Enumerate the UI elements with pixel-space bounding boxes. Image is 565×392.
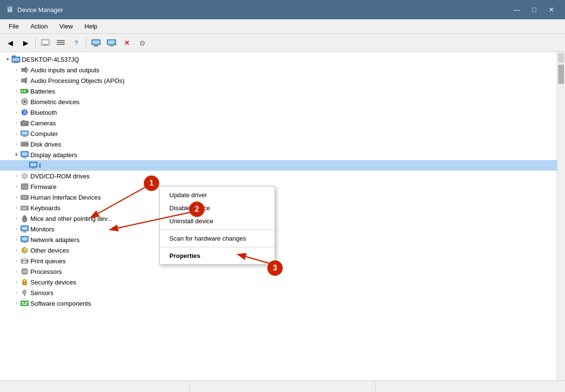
forward-button[interactable]: ▶	[18, 36, 33, 50]
computer-button[interactable]	[89, 36, 103, 50]
tree-item-other[interactable]: › ? Other devices	[0, 245, 557, 256]
properties-button[interactable]	[38, 36, 53, 50]
tree-item-monitors[interactable]: › Monitors	[0, 224, 557, 234]
tree-item-hid[interactable]: › Human Interface Devices	[0, 192, 557, 203]
tree-item-sensors[interactable]: › Sensors	[0, 287, 557, 298]
menu-help[interactable]: Help	[80, 21, 102, 32]
ctx-uninstall-device[interactable]: Uninstall device	[160, 215, 275, 228]
bluetooth-expand-icon[interactable]: ›	[13, 108, 20, 116]
batteries-expand-icon[interactable]: ›	[13, 87, 20, 95]
keyboards-expand-icon[interactable]: ›	[13, 204, 20, 212]
tree-item-dvd[interactable]: › DVD/CD-ROM drives	[0, 171, 557, 181]
svg-rect-20	[21, 68, 24, 72]
tree-item-processors[interactable]: › Processors	[0, 266, 557, 277]
disk-expand-icon[interactable]: ›	[13, 140, 20, 148]
ctx-disable-device[interactable]: Disable device	[160, 202, 275, 215]
svg-rect-41	[22, 143, 27, 146]
hid-expand-icon[interactable]: ›	[13, 193, 20, 201]
mice-icon	[20, 214, 29, 223]
back-button[interactable]: ◀	[3, 36, 17, 50]
security-label: Security devices	[30, 279, 76, 286]
svg-rect-9	[93, 46, 99, 47]
svg-rect-22	[21, 79, 24, 82]
network-expand-icon[interactable]: ›	[13, 236, 20, 243]
display-child-expand	[21, 162, 29, 169]
mice-expand-icon[interactable]: ›	[13, 215, 20, 222]
root-expand-icon[interactable]: ▼	[4, 55, 12, 63]
svg-point-43	[27, 144, 28, 145]
tree-item-computer[interactable]: › Computer	[0, 128, 557, 139]
svg-rect-105	[22, 302, 24, 303]
tree-item-keyboards[interactable]: › Keyboards	[0, 203, 557, 213]
tree-root[interactable]: ▼ DESKTOP-4L537JQ	[0, 54, 557, 65]
biometric-expand-icon[interactable]: ›	[13, 98, 20, 106]
close-button[interactable]: ✕	[544, 3, 559, 16]
menu-file[interactable]: File	[4, 21, 24, 32]
svg-text:B: B	[23, 110, 27, 115]
update-button[interactable]: ⊙	[135, 36, 150, 50]
tree-item-security[interactable]: › Security devices	[0, 277, 557, 287]
security-expand-icon[interactable]: ›	[13, 278, 20, 286]
tree-item-biometric[interactable]: › Biometric devices	[0, 96, 557, 107]
cameras-expand-icon[interactable]: ›	[13, 119, 20, 127]
processors-label: Processors	[30, 268, 62, 275]
tree-item-software[interactable]: › Software components	[0, 298, 557, 309]
tree-item-apo[interactable]: › Audio Processing Objects (APOs)	[0, 75, 557, 86]
vertical-scrollbar[interactable]	[557, 52, 565, 380]
network-label: Network adapters	[30, 236, 80, 243]
computer-icon	[20, 129, 29, 138]
svg-rect-101	[24, 295, 25, 296]
other-expand-icon[interactable]: ›	[13, 246, 20, 254]
tree-item-display-child[interactable]: I	[0, 160, 557, 171]
security-icon	[20, 278, 29, 286]
device-tree[interactable]: ▼ DESKTOP-4L537JQ › Audio inputs and out…	[0, 52, 557, 380]
display-expand-icon[interactable]: ▼	[13, 151, 20, 159]
scan-button[interactable]	[104, 36, 119, 50]
ctx-properties[interactable]: Properties	[160, 249, 275, 262]
print-expand-icon[interactable]: ›	[13, 257, 20, 265]
apo-expand-icon[interactable]: ›	[13, 77, 20, 84]
processors-expand-icon[interactable]: ›	[13, 268, 20, 275]
dvd-expand-icon[interactable]: ›	[13, 172, 20, 180]
apo-label: Audio Processing Objects (APOs)	[30, 77, 124, 84]
svg-rect-39	[22, 137, 27, 137]
remove-button[interactable]: ✕	[120, 36, 134, 50]
computer-label: Computer	[30, 130, 58, 137]
software-expand-icon[interactable]: ›	[13, 299, 20, 307]
software-label: Software components	[30, 300, 91, 307]
tree-item-network[interactable]: › Network adapters	[0, 234, 557, 245]
tree-item-mice[interactable]: › Mice and other pointing dev...	[0, 213, 557, 224]
svg-rect-5	[57, 44, 65, 45]
menu-action[interactable]: Action	[26, 21, 53, 32]
svg-rect-61	[25, 196, 26, 197]
minimize-button[interactable]: —	[509, 3, 524, 16]
tree-item-display[interactable]: ▼ Display adapters	[0, 149, 557, 160]
menu-view[interactable]: View	[55, 21, 78, 32]
audio-expand-icon[interactable]: ›	[13, 66, 20, 74]
tree-item-disk[interactable]: › Disk drives	[0, 139, 557, 149]
other-icon: ?	[20, 246, 29, 255]
svg-rect-19	[12, 55, 15, 57]
tree-item-cameras[interactable]: › Cameras	[0, 118, 557, 128]
ctx-update-driver[interactable]: Update driver	[160, 189, 275, 202]
svg-rect-65	[22, 207, 23, 208]
svg-rect-59	[22, 196, 23, 197]
title-bar: 🖥 Device Manager — □ ✕	[0, 0, 565, 19]
window: 🖥 Device Manager — □ ✕ File Action View …	[0, 0, 565, 392]
tree-item-print[interactable]: › Print queues	[0, 256, 557, 266]
sensors-expand-icon[interactable]: ›	[13, 289, 20, 297]
maximize-button[interactable]: □	[526, 3, 542, 16]
view-button[interactable]	[54, 36, 68, 50]
tree-item-audio[interactable]: › Audio inputs and outputs	[0, 65, 557, 75]
svg-rect-56	[23, 186, 26, 186]
tree-item-firmware[interactable]: › Firmware	[0, 181, 557, 192]
svg-rect-104	[21, 301, 28, 306]
computer-expand-icon[interactable]: ›	[13, 130, 20, 137]
tree-item-bluetooth[interactable]: › B Bluetooth	[0, 107, 557, 118]
help-button[interactable]: ?	[69, 36, 83, 50]
firmware-expand-icon[interactable]: ›	[13, 183, 20, 190]
svg-rect-64	[21, 206, 28, 210]
monitors-expand-icon[interactable]: ›	[13, 225, 20, 233]
ctx-scan-hardware[interactable]: Scan for hardware changes	[160, 232, 275, 245]
tree-item-batteries[interactable]: › Batteries	[0, 86, 557, 96]
